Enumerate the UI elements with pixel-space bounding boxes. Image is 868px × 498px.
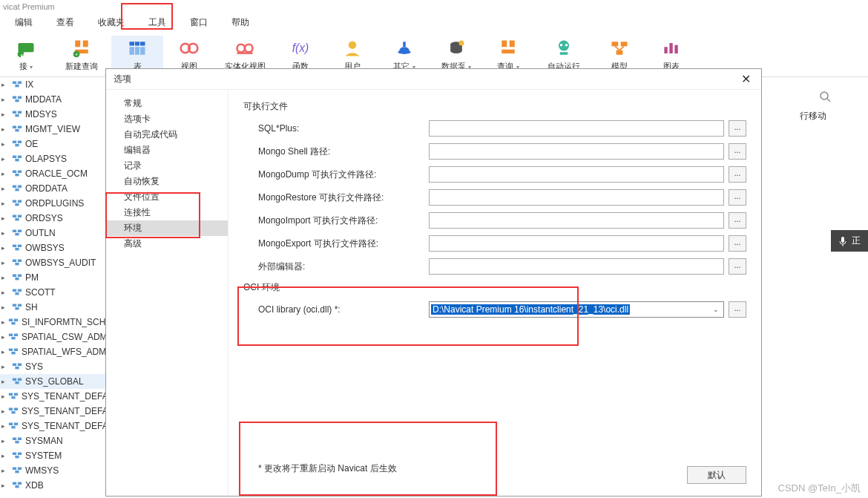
tree-item[interactable]: ▸XDB (0, 478, 108, 493)
browse-button[interactable]: ... (729, 212, 746, 229)
schema-icon (12, 376, 22, 387)
svg-rect-81 (18, 274, 22, 277)
options-nav-item[interactable]: 自动恢复 (106, 174, 228, 189)
schema-icon (12, 451, 22, 462)
tool-view[interactable]: 视图 (163, 36, 215, 72)
tree-item[interactable]: ▸SYS_TENANT_DEFAULT (0, 419, 108, 433)
tool-matview[interactable]: 实体化视图 (215, 36, 274, 72)
svg-rect-108 (14, 407, 18, 410)
tree-item[interactable]: ▸WMSYS (0, 463, 108, 478)
field-label: MongoDump 可执行文件路径: (243, 168, 429, 181)
options-nav-item[interactable]: 记录 (106, 158, 228, 174)
svg-rect-52 (15, 128, 19, 131)
tree-item[interactable]: ▸OE (0, 137, 108, 151)
field-input-2[interactable] (429, 166, 724, 183)
tree-item[interactable]: ▸SPATIAL_WFS_ADMIN_USR (0, 344, 108, 359)
menu-view[interactable]: 查看 (45, 13, 86, 32)
field-input-4[interactable] (429, 212, 724, 229)
tool-newquery[interactable]: +新建查询 (52, 36, 111, 72)
tree-item[interactable]: ▸OUTLN (0, 226, 108, 240)
menu-window[interactable]: 窗口 (178, 13, 220, 32)
svg-rect-5 (83, 41, 88, 47)
svg-rect-43 (15, 84, 19, 87)
tool-pump[interactable]: 数据泵 ▾ (430, 36, 482, 72)
oci-browse-button[interactable]: ... (729, 301, 746, 318)
tree-item[interactable]: ▸ORDPLUGINS (0, 196, 108, 211)
field-input-0[interactable] (429, 120, 724, 137)
field-input-5[interactable] (429, 235, 724, 252)
dropdown-icon[interactable]: ⌄ (710, 306, 722, 313)
tree-item[interactable]: ▸SYS_TENANT_DEFAULT (0, 404, 108, 419)
tool-user[interactable]: 用户 (326, 36, 378, 72)
tree-item-label: OLAPSYS (25, 154, 67, 164)
tree-item[interactable]: ▸MDSYS (0, 107, 108, 122)
tool-query[interactable]: 查询 ▾ (482, 36, 534, 72)
menu-favorites[interactable]: 收藏夹 (86, 13, 137, 32)
browse-button[interactable]: ... (729, 143, 746, 160)
tool-model[interactable]: 模型 (594, 36, 645, 72)
default-button[interactable]: 默认 (687, 466, 746, 484)
svg-rect-119 (13, 467, 16, 470)
tree-item[interactable]: ▸OWBSYS_AUDIT (0, 255, 108, 270)
tool-other[interactable]: 其它 ▾ (378, 36, 430, 72)
tree-item[interactable]: ▸SYSMAN (0, 433, 108, 448)
oci-library-input[interactable]: D:\Navicat Premium 16\instantclient_21_1… (429, 301, 724, 318)
tree-item[interactable]: ▸ORACLE_OCM (0, 166, 108, 181)
options-nav-item[interactable]: 高级 (106, 236, 228, 252)
svg-rect-59 (13, 170, 16, 173)
browse-button[interactable]: ... (729, 189, 746, 206)
browse-button[interactable]: ... (729, 235, 746, 252)
svg-rect-88 (15, 307, 19, 309)
options-nav-item[interactable]: 选项卡 (106, 111, 228, 127)
menu-help[interactable]: 帮助 (220, 13, 261, 32)
tree-item[interactable]: ▸SH (0, 300, 108, 315)
tree-item[interactable]: ▸SI_INFORMTN_SCHEMA (0, 315, 108, 330)
tree-item[interactable]: ▸MDDATA (0, 92, 108, 107)
svg-point-16 (245, 45, 253, 53)
tree-item[interactable]: ▸SYS_GLOBAL (0, 374, 108, 389)
options-nav-item[interactable]: 自动完成代码 (106, 127, 228, 142)
tree-item[interactable]: ▸ORDDATA (0, 181, 108, 196)
schema-icon (12, 213, 22, 224)
svg-line-37 (619, 46, 624, 50)
svg-rect-67 (15, 203, 19, 206)
mic-button[interactable]: 正 (831, 230, 868, 252)
menu-tools[interactable]: 工具 (137, 13, 178, 32)
tree-item[interactable]: ▸SYS (0, 359, 108, 374)
tree-item[interactable]: ▸OLAPSYS (0, 151, 108, 166)
options-nav-item[interactable]: 连接性 (106, 205, 228, 220)
search-icon[interactable] (764, 77, 868, 102)
tree-item[interactable]: ▸SYSTEM (0, 448, 108, 463)
field-input-1[interactable] (429, 143, 724, 160)
options-nav-item[interactable]: 常规 (106, 96, 228, 111)
tree-item[interactable]: ▸ORDSYS (0, 211, 108, 226)
tree-item[interactable]: ▸SPATIAL_CSW_ADMIN_USR (0, 330, 108, 344)
tree-item[interactable]: ▸MGMT_VIEW (0, 122, 108, 137)
close-icon[interactable]: ✕ (738, 72, 754, 86)
options-nav-item[interactable]: 编辑器 (106, 142, 228, 158)
tool-connect[interactable]: +接 ▾ (0, 36, 52, 72)
chevron-right-icon: ▸ (1, 393, 5, 400)
browse-button[interactable]: ... (729, 166, 746, 183)
tree-item[interactable]: ▸IX (0, 77, 108, 92)
tool-function[interactable]: f(x)函数 (274, 36, 326, 72)
tree-item[interactable]: ▸SCOTT (0, 285, 108, 300)
field-input-6[interactable] (429, 258, 724, 275)
tree-item-label: SYS_TENANT_DEFAULT (22, 406, 108, 416)
options-nav-item[interactable]: 环境 (106, 220, 228, 236)
tree-item[interactable]: ▸PM (0, 270, 108, 285)
tree-item[interactable]: ▸OWBSYS (0, 240, 108, 255)
svg-rect-103 (15, 381, 19, 384)
menu-edit[interactable]: 编辑 (3, 13, 45, 32)
field-label: SQL*Plus: (243, 123, 429, 134)
field-input-3[interactable] (429, 189, 724, 206)
tool-chart[interactable]: 图表 (645, 36, 697, 72)
svg-rect-63 (18, 185, 22, 188)
tree-item[interactable]: ▸SYS_TENANT_DEFAULT (0, 389, 108, 404)
browse-button[interactable]: ... (729, 258, 746, 275)
tool-autorun[interactable]: 自动运行 (534, 36, 594, 72)
tool-table[interactable]: 表 (111, 36, 163, 72)
svg-rect-47 (13, 111, 16, 114)
browse-button[interactable]: ... (729, 120, 746, 137)
options-nav-item[interactable]: 文件位置 (106, 189, 228, 205)
